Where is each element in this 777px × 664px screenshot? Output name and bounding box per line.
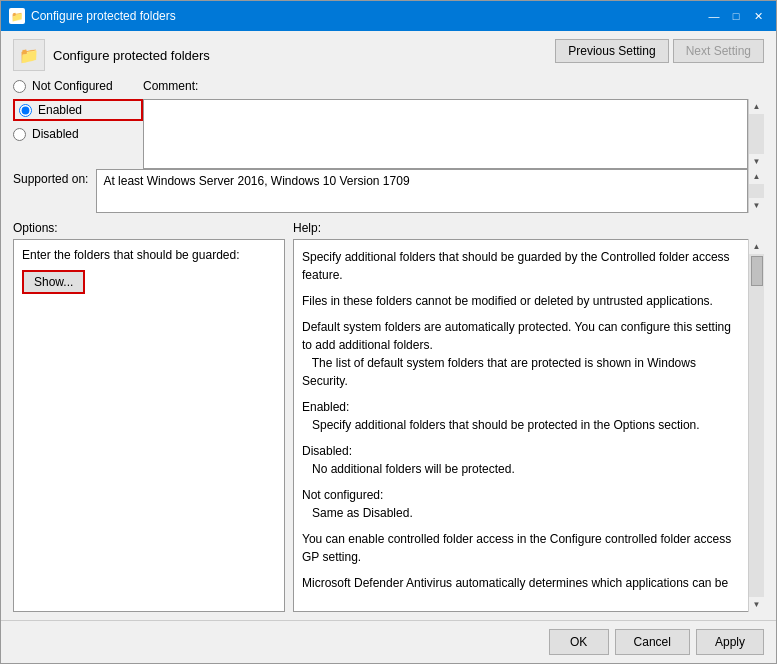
window-icon: 📁 xyxy=(9,8,25,24)
help-para-7: You can enable controlled folder access … xyxy=(302,530,743,566)
supported-row: Supported on: At least Windows Server 20… xyxy=(13,169,764,213)
supported-track xyxy=(749,184,764,198)
supported-scroll-down[interactable]: ▼ xyxy=(750,198,764,213)
cancel-button[interactable]: Cancel xyxy=(615,629,690,655)
apply-button[interactable]: Apply xyxy=(696,629,764,655)
maximize-button[interactable]: □ xyxy=(726,7,746,25)
help-para-1: Specify additional folders that should b… xyxy=(302,248,743,284)
radio-group: Not Configured Enabled Disabled xyxy=(13,79,143,141)
options-text: Enter the folders that should be guarded… xyxy=(22,248,276,262)
comment-scrollbar: ▲ ▼ xyxy=(748,99,764,169)
help-label: Help: xyxy=(293,221,764,235)
supported-scrollbar: ▲ ▼ xyxy=(748,169,764,213)
help-para-2: Files in these folders cannot be modifie… xyxy=(302,292,743,310)
header-title-section: 📁 Configure protected folders xyxy=(13,39,210,71)
footer: OK Cancel Apply xyxy=(1,620,776,663)
show-button[interactable]: Show... xyxy=(22,270,85,294)
minimize-button[interactable]: — xyxy=(704,7,724,25)
close-button[interactable]: ✕ xyxy=(748,7,768,25)
help-scroll-thumb[interactable] xyxy=(751,256,763,286)
help-scroll-track xyxy=(749,254,764,597)
options-help-labels: Options: Help: xyxy=(13,221,764,235)
help-text: Specify additional folders that should b… xyxy=(302,248,743,592)
title-bar-controls: — □ ✕ xyxy=(704,7,768,25)
radio-enabled[interactable]: Enabled xyxy=(13,99,143,121)
radio-not-configured[interactable]: Not Configured xyxy=(13,79,143,93)
header-title: Configure protected folders xyxy=(53,48,210,63)
main-content: 📁 Configure protected folders Previous S… xyxy=(1,31,776,620)
options-help-content: Enter the folders that should be guarded… xyxy=(13,239,764,612)
radio-enabled-input[interactable] xyxy=(19,104,32,117)
top-section: Not Configured Enabled Disabled Comment: xyxy=(13,79,764,169)
top-right: Comment: ▲ ▼ xyxy=(143,79,764,169)
top-left: Not Configured Enabled Disabled xyxy=(13,79,143,169)
title-bar-left: 📁 Configure protected folders xyxy=(9,8,176,24)
comment-label: Comment: xyxy=(143,79,764,93)
options-box: Enter the folders that should be guarded… xyxy=(13,239,285,612)
options-label: Options: xyxy=(13,221,293,235)
help-container: Specify additional folders that should b… xyxy=(293,239,764,612)
radio-disabled-input[interactable] xyxy=(13,128,26,141)
supported-label: Supported on: xyxy=(13,169,88,186)
help-scrollbar: ▲ ▼ xyxy=(748,239,764,612)
help-para-4: Enabled: Specify additional folders that… xyxy=(302,398,743,434)
radio-disabled[interactable]: Disabled xyxy=(13,127,143,141)
help-box: Specify additional folders that should b… xyxy=(293,239,764,612)
scroll-down-arrow[interactable]: ▼ xyxy=(750,154,764,169)
comment-textarea[interactable] xyxy=(143,99,748,169)
supported-scroll-up[interactable]: ▲ xyxy=(750,169,764,184)
supported-box: At least Windows Server 2016, Windows 10… xyxy=(96,169,748,213)
header-buttons: Previous Setting Next Setting xyxy=(555,39,764,63)
window-title: Configure protected folders xyxy=(31,9,176,23)
scroll-track xyxy=(749,114,764,154)
scroll-up-arrow[interactable]: ▲ xyxy=(750,99,764,114)
help-para-3: Default system folders are automatically… xyxy=(302,318,743,390)
header-row: 📁 Configure protected folders Previous S… xyxy=(13,39,764,71)
help-scroll-down[interactable]: ▼ xyxy=(750,597,764,612)
next-setting-button[interactable]: Next Setting xyxy=(673,39,764,63)
prev-setting-button[interactable]: Previous Setting xyxy=(555,39,668,63)
help-para-6: Not configured: Same as Disabled. xyxy=(302,486,743,522)
radio-disabled-label: Disabled xyxy=(32,127,79,141)
main-window: 📁 Configure protected folders — □ ✕ 📁 Co… xyxy=(0,0,777,664)
help-scroll-up[interactable]: ▲ xyxy=(750,239,764,254)
radio-not-configured-label: Not Configured xyxy=(32,79,113,93)
help-para-8: Microsoft Defender Antivirus automatical… xyxy=(302,574,743,592)
header-icon: 📁 xyxy=(13,39,45,71)
supported-value: At least Windows Server 2016, Windows 10… xyxy=(103,174,409,188)
ok-button[interactable]: OK xyxy=(549,629,609,655)
radio-not-configured-input[interactable] xyxy=(13,80,26,93)
radio-enabled-label: Enabled xyxy=(38,103,82,117)
help-para-5: Disabled: No additional folders will be … xyxy=(302,442,743,478)
title-bar: 📁 Configure protected folders — □ ✕ xyxy=(1,1,776,31)
